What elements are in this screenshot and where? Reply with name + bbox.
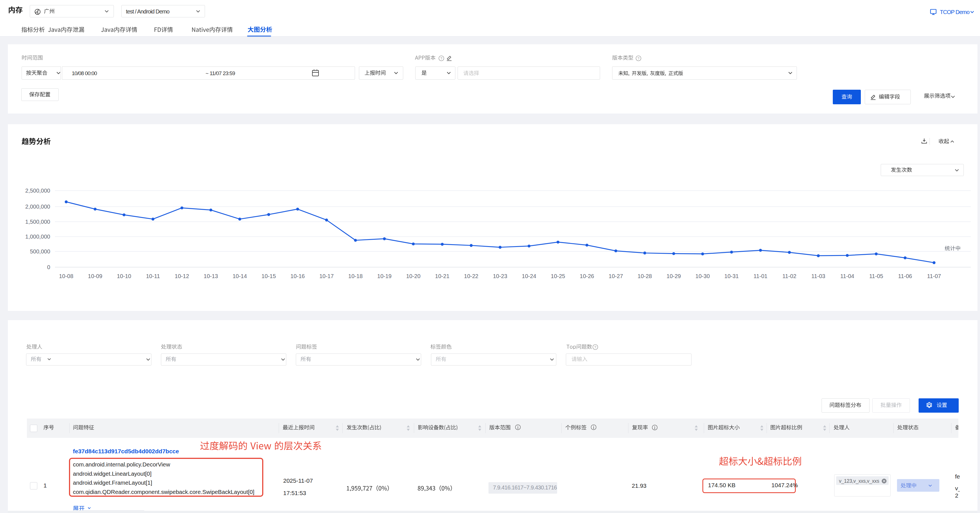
svg-text:10-08: 10-08 bbox=[59, 273, 73, 279]
svg-text:10-28: 10-28 bbox=[638, 273, 652, 279]
svg-text:10-24: 10-24 bbox=[522, 273, 536, 279]
svg-text:10-20: 10-20 bbox=[406, 273, 420, 279]
svg-text:10-26: 10-26 bbox=[580, 273, 594, 279]
svg-text:10-17: 10-17 bbox=[320, 273, 334, 279]
svg-text:10-27: 10-27 bbox=[609, 273, 623, 279]
svg-text:10-09: 10-09 bbox=[88, 273, 102, 279]
svg-text:10-21: 10-21 bbox=[435, 273, 449, 279]
svg-text:10-31: 10-31 bbox=[724, 273, 738, 279]
svg-text:10-25: 10-25 bbox=[551, 273, 565, 279]
svg-text:11-07: 11-07 bbox=[927, 273, 941, 279]
svg-text:10-18: 10-18 bbox=[348, 273, 363, 279]
svg-text:10-29: 10-29 bbox=[667, 273, 681, 279]
svg-text:2,000,000: 2,000,000 bbox=[25, 203, 50, 210]
svg-text:11-06: 11-06 bbox=[898, 273, 912, 279]
svg-text:1,000,000: 1,000,000 bbox=[25, 233, 50, 240]
svg-text:11-05: 11-05 bbox=[869, 273, 883, 279]
svg-text:10-22: 10-22 bbox=[464, 273, 478, 279]
svg-text:10-30: 10-30 bbox=[695, 273, 710, 279]
svg-text:10-15: 10-15 bbox=[262, 273, 276, 279]
svg-text:10-16: 10-16 bbox=[291, 273, 305, 279]
svg-text:?: ? bbox=[595, 345, 597, 349]
svg-text:0: 0 bbox=[47, 264, 50, 270]
svg-text:10-11: 10-11 bbox=[146, 273, 160, 279]
svg-text:10-23: 10-23 bbox=[493, 273, 507, 279]
svg-text:11-02: 11-02 bbox=[782, 273, 796, 279]
svg-text:11-01: 11-01 bbox=[753, 273, 767, 279]
svg-text:10-14: 10-14 bbox=[232, 273, 247, 279]
svg-text:10-12: 10-12 bbox=[175, 273, 189, 279]
svg-text:10-19: 10-19 bbox=[377, 273, 391, 279]
svg-text:2,500,000: 2,500,000 bbox=[25, 187, 50, 194]
svg-text:11-04: 11-04 bbox=[840, 273, 854, 279]
svg-text:1,500,000: 1,500,000 bbox=[25, 219, 50, 225]
svg-text:11-03: 11-03 bbox=[811, 273, 826, 279]
svg-text:10-10: 10-10 bbox=[117, 273, 131, 279]
svg-text:10-13: 10-13 bbox=[204, 273, 218, 279]
svg-text:500,000: 500,000 bbox=[30, 248, 50, 254]
